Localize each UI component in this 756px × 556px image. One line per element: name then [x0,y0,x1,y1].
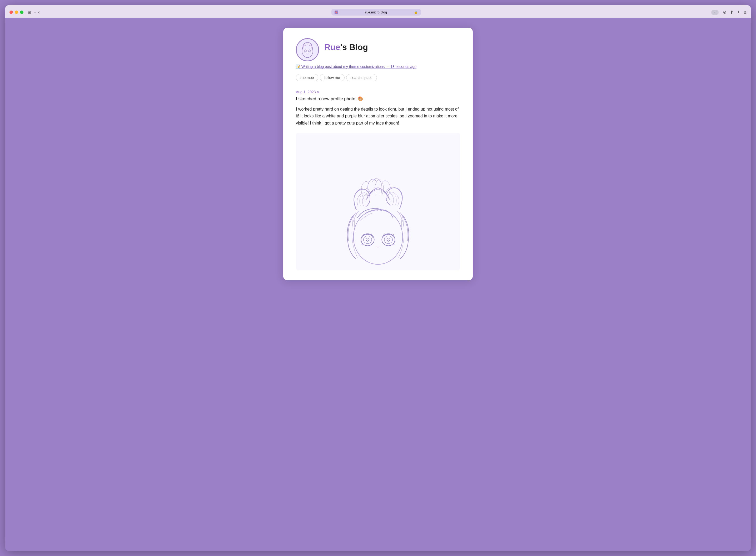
toolbar-right: ⊙ ⬆ + ⧉ [723,9,747,15]
blog-header: Rue's Blog [296,38,460,61]
blog-title-section: Rue's Blog [324,42,368,52]
blog-title: Rue's Blog [324,42,368,52]
blog-title-rest: 's Blog [340,42,368,52]
chevron-icon: ⌄ [34,10,36,14]
nav-link-search-space[interactable]: search space [346,74,377,81]
nav-links: rue.moe follow me search space [296,74,460,81]
nav-link-follow-me[interactable]: follow me [320,74,344,81]
download-button[interactable]: ⊙ [723,10,726,15]
back-button[interactable]: ‹ [38,9,40,15]
browser-content: Rue's Blog 📝 Writing a blog post about m… [5,18,751,551]
tab-overview-button[interactable]: ⧉ [744,10,747,15]
post-title: I sketched a new profile photo! 🎨 [296,96,460,102]
blog-post: Aug 1, 2023 ∞ I sketched a new profile p… [296,90,460,270]
close-button[interactable] [9,10,13,14]
address-bar[interactable]: 🔖 rue.micro.blog 🔒 [331,9,421,15]
blog-card: Rue's Blog 📝 Writing a blog post about m… [283,28,473,280]
status-link[interactable]: 📝 Writing a blog post about my theme cus… [296,65,460,69]
share-button[interactable]: ⬆ [730,10,733,15]
minimize-button[interactable] [15,10,18,14]
blog-title-highlight: Rue [324,42,340,52]
sidebar-toggle-button[interactable]: ⊞ [28,10,31,15]
browser-window: ⊞ ⌄ ‹ 🔖 rue.micro.blog 🔒 ··· ⊙ ⬆ + ⧉ [5,5,751,551]
svg-point-0 [297,39,318,61]
new-tab-button[interactable]: + [737,9,740,15]
title-bar: ⊞ ⌄ ‹ 🔖 rue.micro.blog 🔒 ··· ⊙ ⬆ + ⧉ [5,5,751,18]
favicon-icon: 🔖 [334,10,338,14]
post-body: I worked pretty hard on getting the deta… [296,106,460,127]
traffic-lights [9,10,24,14]
more-button[interactable]: ··· [711,10,719,15]
nav-link-rue-moe[interactable]: rue.moe [296,74,318,81]
post-date: Aug 1, 2023 ∞ [296,90,460,94]
avatar [296,38,319,61]
lock-icon: 🔒 [414,10,418,14]
maximize-button[interactable] [20,10,24,14]
url-text: rue.micro.blog [340,10,412,14]
post-image [296,133,460,270]
svg-rect-4 [296,133,460,270]
